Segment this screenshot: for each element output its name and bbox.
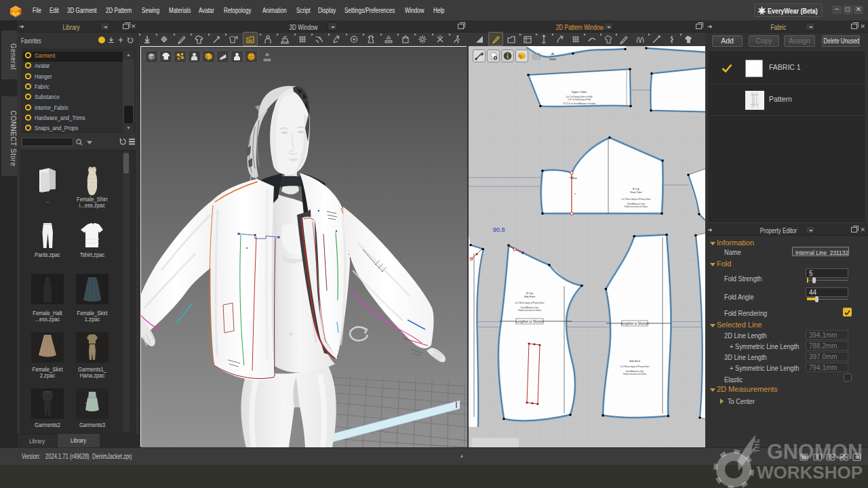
svg-text:Side Back: Side Back xyxy=(629,360,640,363)
svg-text:1/2"(1.3) cm Seam Allowance In: 1/2"(1.3) cm Seam Allowance Included xyxy=(563,102,595,105)
svg-text:90.8: 90.8 xyxy=(493,226,505,233)
svg-text:Seam Allowances Vary: Seam Allowances Vary xyxy=(626,370,644,373)
svg-text:Cut 2 Mirror Images of Primary: Cut 2 Mirror Images of Primary Fabric xyxy=(620,365,650,368)
svg-text:Follow Instructions for Detail: Follow Instructions for Details xyxy=(625,205,648,208)
svg-text:Cut 2 Mirror Images of Primary: Cut 2 Mirror Images of Primary Fabric xyxy=(621,198,651,201)
svg-text:Lengthen or Shorten: Lengthen or Shorten xyxy=(515,320,544,323)
svg-text:Upper Collar: Upper Collar xyxy=(572,90,587,94)
svg-text:Cut 1 of Interfacing on Fold: Cut 1 of Interfacing on Fold xyxy=(568,98,591,101)
svg-text:Follow Instructions for Detail: Follow Instructions for Details xyxy=(623,373,647,375)
svg-text:Seam Allowances Vary: Seam Allowances Vary xyxy=(521,306,539,309)
svg-text:Follow Instructions for Detail: Follow Instructions for Details xyxy=(518,309,542,312)
svg-text:B Cup: B Cup xyxy=(633,188,639,190)
svg-text:Front Yoke: Front Yoke xyxy=(630,191,642,194)
svg-text:Side Front: Side Front xyxy=(524,296,536,298)
svg-text:Lengthen or Shorten: Lengthen or Shorten xyxy=(620,322,649,325)
svg-text:B Cup: B Cup xyxy=(526,292,533,295)
svg-text:Seam Allowances Vary: Seam Allowances Vary xyxy=(627,203,646,205)
svg-text:Cut 2 Mirror Images of Primary: Cut 2 Mirror Images of Primary Fabric xyxy=(515,302,545,304)
